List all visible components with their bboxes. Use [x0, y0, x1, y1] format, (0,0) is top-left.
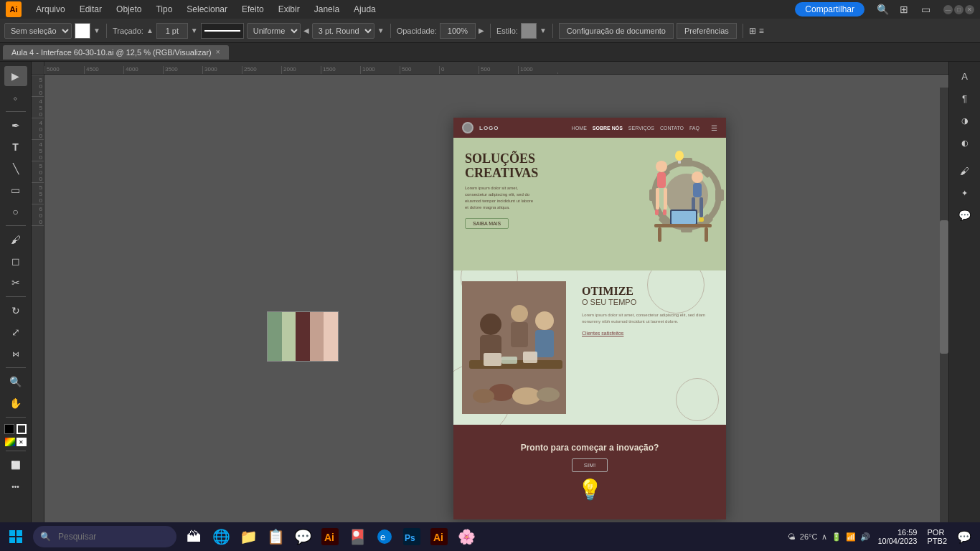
fill-color-swatch[interactable] — [75, 23, 90, 39]
ruler-corner — [32, 62, 44, 75]
ruler-horizontal: 5000 4500 4000 3500 3000 2500 2000 1500 … — [44, 62, 948, 75]
stroke-dropdown-arrow[interactable]: ▼ — [191, 27, 198, 34]
nav-home[interactable]: HOME — [572, 126, 587, 131]
scale-tool[interactable]: ⤢ — [4, 322, 27, 342]
menu-janela[interactable]: Janela — [308, 3, 345, 16]
stroke-size-arrow[interactable]: ▼ — [377, 27, 385, 34]
taskbar-app3-icon[interactable]: 🌸 — [453, 524, 479, 550]
taskbar-mountains-icon[interactable]: 🏔 — [181, 524, 207, 550]
volume-icon[interactable]: 🔊 — [860, 532, 870, 542]
grid-view-icon[interactable]: ⊞ — [895, 0, 913, 19]
fill-arrow[interactable]: ▼ — [93, 27, 100, 34]
stroke-width-input[interactable] — [156, 23, 188, 39]
fill-well[interactable] — [4, 424, 14, 434]
more-tools-icon[interactable]: ••• — [4, 476, 27, 496]
menu-tipo[interactable]: Tipo — [150, 3, 178, 16]
line-tool[interactable]: ╲ — [4, 159, 27, 179]
align-icon[interactable]: ≡ — [759, 26, 764, 36]
vertical-scrollbar[interactable] — [940, 88, 948, 531]
adjust-panel-icon[interactable]: ◑ — [953, 110, 976, 131]
menu-arquivo[interactable]: Arquivo — [30, 3, 71, 16]
taskbar-search-input[interactable] — [58, 526, 166, 547]
search-box[interactable]: 🔍 — [33, 526, 176, 547]
window-maximize[interactable]: □ — [954, 5, 963, 14]
tab-close-icon[interactable]: × — [216, 48, 220, 56]
hand-tool[interactable]: ✋ — [4, 393, 27, 413]
vertical-scrollbar-thumb[interactable] — [940, 220, 948, 353]
nav-servicos[interactable]: SERVIÇOS — [628, 126, 654, 131]
selection-dropdown[interactable]: Sem seleção — [4, 23, 72, 39]
rotate-tool[interactable]: ↻ — [4, 301, 27, 321]
taskbar-teams-icon[interactable]: 💬 — [290, 524, 316, 550]
menu-selecionar[interactable]: Selecionar — [181, 3, 233, 16]
paint-tool[interactable]: 🖌 — [4, 230, 27, 250]
zoom-tool[interactable]: 🔍 — [4, 372, 27, 392]
menu-ajuda[interactable]: Ajuda — [348, 3, 382, 16]
taskbar-photoshop-icon[interactable]: Ps — [399, 524, 425, 550]
brush-panel-icon[interactable]: 🖌 — [953, 161, 976, 181]
canvas-area[interactable]: 5000 4500 4000 3500 3000 2500 2000 1500 … — [32, 62, 948, 531]
window-close[interactable]: ✕ — [965, 5, 974, 14]
stroke-up-icon[interactable]: ▲ — [146, 27, 154, 34]
file-tab[interactable]: Aula 4 - Interface 60-30-10.ai @ 12,5 % … — [3, 45, 229, 60]
taskbar-app2-icon[interactable]: 🎴 — [344, 524, 370, 550]
nav-faq[interactable]: FAQ — [689, 126, 699, 131]
taskbar-illustrator-icon[interactable]: Ai — [317, 524, 343, 550]
opacity-panel-icon[interactable]: ◐ — [953, 133, 976, 153]
direct-select-tool[interactable]: ⬦ — [4, 88, 27, 108]
stroke-type-dropdown[interactable]: Uniforme — [247, 23, 301, 39]
scissors-tool[interactable]: ✂ — [4, 273, 27, 293]
menu-editar[interactable]: Editar — [74, 3, 108, 16]
stroke-size-dropdown[interactable]: 3 pt. Round — [312, 23, 374, 39]
opacity-input[interactable] — [440, 23, 476, 39]
pen-tool[interactable]: ✒ — [4, 116, 27, 136]
wifi-icon: 📶 — [846, 532, 856, 542]
stroke-well[interactable] — [17, 424, 27, 434]
opacity-arrow[interactable]: ▶ — [479, 27, 484, 34]
blend-tool[interactable]: ⋈ — [4, 344, 27, 364]
eraser-tool[interactable]: ◻ — [4, 251, 27, 271]
select-tool[interactable]: ▶ — [4, 66, 27, 86]
type-panel-icon[interactable]: A — [953, 66, 976, 86]
rect-tool[interactable]: ▭ — [4, 180, 27, 200]
share-button[interactable]: Compartilhar — [795, 2, 864, 17]
taskbar-browser-icon[interactable]: 🌐 — [208, 524, 234, 550]
taskbar-store-icon[interactable]: 📋 — [263, 524, 288, 550]
nav-contato[interactable]: CONTATO — [660, 126, 684, 131]
comment-panel-icon[interactable]: 💬 — [953, 205, 976, 225]
ellipse-tool[interactable]: ○ — [4, 202, 27, 222]
start-button[interactable] — [3, 524, 29, 550]
notification-center-icon[interactable]: 💬 — [951, 524, 977, 550]
svg-point-34 — [535, 311, 554, 330]
taskbar-edge-icon[interactable]: e — [372, 524, 397, 550]
arrange-icon[interactable]: ⊞ — [749, 26, 756, 36]
panel-icon[interactable]: ▭ — [916, 0, 935, 19]
nav-sobre[interactable]: SOBRE NÓS — [593, 126, 623, 131]
cta-button[interactable]: SIM! — [572, 458, 608, 472]
style-arrow[interactable]: ▼ — [540, 27, 547, 34]
artboard[interactable]: LOGO HOME SOBRE NÓS SERVIÇOS CONTATO FAQ… — [453, 118, 726, 519]
taskbar-folder-icon[interactable]: 📁 — [235, 524, 261, 550]
style-panel-icon[interactable]: ✦ — [953, 183, 976, 203]
menu-objeto[interactable]: Objeto — [110, 3, 147, 16]
section2-link[interactable]: Clientes satisfeitos — [582, 331, 719, 336]
stroke-width-arrow[interactable]: ◀ — [303, 27, 309, 34]
preferences-button[interactable]: Preferências — [677, 23, 737, 39]
none-icon[interactable]: ✕ — [17, 438, 27, 446]
color-swatches-palette[interactable] — [267, 311, 339, 362]
section2-photo-img — [462, 281, 566, 414]
search-icon[interactable]: 🔍 — [873, 0, 892, 19]
menu-efeito[interactable]: Efeito — [236, 3, 270, 16]
doc-config-button[interactable]: Configuração de documento — [559, 23, 674, 39]
gradient-icon[interactable] — [5, 438, 15, 446]
screen-mode-icon[interactable]: ⬜ — [4, 455, 27, 475]
window-minimize[interactable]: — — [943, 5, 953, 14]
chevron-up-icon[interactable]: ∧ — [821, 532, 827, 542]
menu-exibir[interactable]: Exibir — [273, 3, 306, 16]
paragraph-panel-icon[interactable]: ¶ — [953, 88, 976, 108]
hero-cta-button[interactable]: SAIBA MAIS — [465, 218, 509, 229]
type-tool[interactable]: T — [4, 137, 27, 157]
hamburger-icon[interactable]: ☰ — [711, 124, 717, 132]
taskbar-ai2-icon[interactable]: Ai — [426, 524, 452, 550]
style-swatch[interactable] — [521, 23, 537, 39]
